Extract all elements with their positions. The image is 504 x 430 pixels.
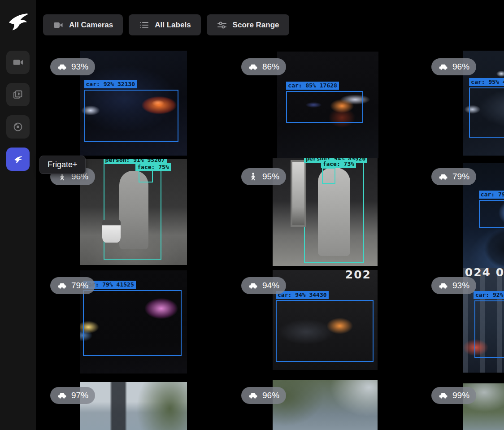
timestamp-fragment: 202 [345,270,371,281]
detection-label: car: 92% 4216 [474,291,504,299]
detection-label: car: 94% 34430 [276,291,329,299]
snapshot-cell[interactable]: car: 99% 25 99% [424,379,504,430]
score-badge: 95% [241,168,286,185]
detection-label: car: 85% 17628 [286,82,339,90]
filter-toolbar: All Cameras All Labels Score Range [43,14,289,35]
car-icon [438,391,448,401]
score-value: 79% [452,172,469,182]
bounding-box [479,200,504,228]
all-cameras-button[interactable]: All Cameras [43,14,123,35]
snapshot-image[interactable]: 202 car: 94% 34430 [273,270,378,370]
score-badge: 97% [50,387,95,404]
snapshot-image[interactable]: person: 94% 85520 face: 73% [273,158,378,266]
snapshot-cell[interactable]: person: 94% 85520 face: 73% 95% [234,157,421,268]
detection-label: car: 79% [479,191,504,199]
bounding-box [469,87,504,138]
score-badge: 99% [431,387,476,404]
score-badge: 79% [431,168,476,185]
face-bounding-box [322,168,335,184]
snapshot-cell[interactable]: 202 car: 94% 34430 94% [234,268,421,376]
sidebar-item-frigate-plus[interactable] [6,148,30,171]
frigate-logo [7,10,29,31]
score-badge: 94% [241,277,286,294]
snapshot-image[interactable]: car: 79% 41525 [80,270,187,374]
sidebar-item-review[interactable] [6,83,30,106]
snapshot-image[interactable]: car: 92% 32130 [80,51,187,156]
camera-filter-icon [53,20,64,30]
detection-label: car: 92% 32130 [84,80,137,88]
score-value: 99% [452,391,469,400]
snapshot-cell[interactable]: car: 97% 40432 97% [43,379,230,430]
bounding-box [83,290,182,356]
car-icon [438,281,448,291]
car-icon [248,62,258,72]
score-value: 96% [262,391,279,400]
score-value: 86% [262,62,279,72]
bounding-box [84,90,178,142]
frigate-bird-icon [12,153,24,165]
car-icon [57,391,67,401]
car-icon [57,281,67,291]
score-value: 94% [262,281,279,291]
all-cameras-label: All Cameras [69,21,113,30]
person-icon [248,172,258,182]
camera-icon [12,56,24,68]
car-icon [57,62,67,72]
snapshot-image[interactable]: person: 91% 95207 face: 75% [80,159,187,265]
snapshot-cell[interactable]: car: 96% 29493 96% [234,379,421,430]
all-labels-button[interactable]: All Labels [129,14,200,35]
score-value: 96% [452,62,469,72]
bounding-box [286,91,363,123]
face-label: face: 75% [135,163,170,171]
disc-icon [12,121,24,133]
score-badge: 96% [431,58,476,75]
sidebar [0,0,36,430]
car-icon [248,391,258,401]
snapshot-cell[interactable]: car: 92% 32130 93% [43,47,230,157]
face-label: face: 73% [321,160,356,168]
snapshot-cell[interactable]: car: 79% 79% [424,157,504,268]
sliders-icon [217,20,227,30]
snapshot-image[interactable]: car: 96% 29493 [273,380,378,430]
car-icon [438,172,448,182]
frigate-plus-tooltip: Frigate+ [39,156,86,174]
all-labels-label: All Labels [155,21,191,30]
score-value: 93% [452,281,469,291]
bounding-box [276,300,374,362]
sidebar-item-export[interactable] [6,115,30,139]
score-value: 93% [71,62,88,72]
car-icon [438,62,448,72]
score-badge: 86% [241,58,286,75]
snapshot-cell[interactable]: car: 95% 45260 96% [424,47,504,157]
detection-label: car: 95% 45260 [469,78,504,86]
bounding-box [474,300,504,358]
score-range-label: Score Range [233,21,279,30]
score-badge: 79% [50,277,95,294]
snapshot-image[interactable]: car: 97% 40432 [80,382,187,430]
snapshot-image[interactable]: car: 85% 17628 [277,52,378,158]
score-badge: 96% [241,387,286,404]
review-icon [12,89,24,100]
score-range-button[interactable]: Score Range [207,14,289,35]
score-value: 79% [71,281,88,291]
snapshot-cell[interactable]: car: 85% 17628 86% [234,47,421,157]
labels-filter-icon [139,20,149,30]
score-value: 95% [262,172,279,182]
snapshot-cell[interactable]: 024 05 J car: 92% 4216 93% [424,268,504,376]
car-icon [248,281,258,291]
score-badge: 93% [431,277,476,294]
score-badge: 93% [50,58,95,75]
snapshot-cell[interactable]: car: 79% 41525 79% [43,268,230,376]
sidebar-item-live[interactable] [6,51,30,74]
score-value: 97% [71,391,88,400]
